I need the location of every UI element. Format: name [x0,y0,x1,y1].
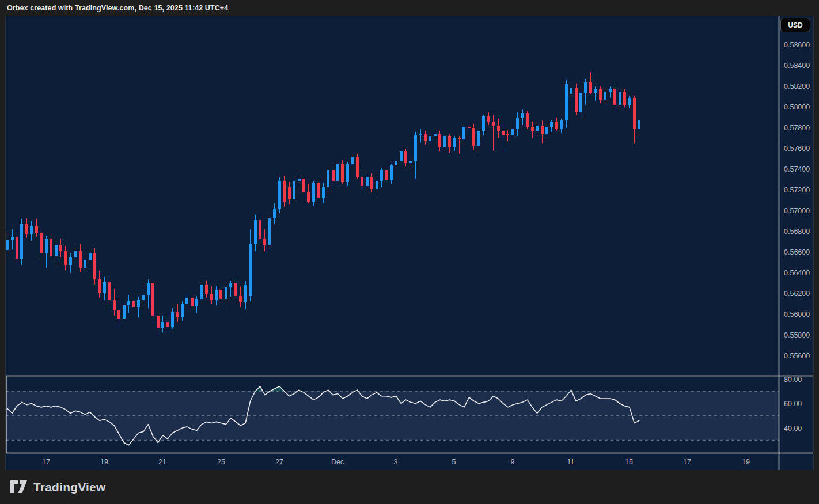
tradingview-brand-text: TradingView [33,480,106,494]
price-chart-canvas[interactable]: 0.586000.584000.582000.580000.578000.576… [6,16,813,470]
chart-title: Orbex created with TradingView.com, Dec … [0,4,228,12]
title-bar: Orbex created with TradingView.com, Dec … [0,0,819,16]
tradingview-chart-screenshot: Orbex created with TradingView.com, Dec … [0,0,819,504]
footer-bar: TradingView [0,470,819,504]
time-axis[interactable] [6,453,779,470]
price-axis[interactable] [779,16,813,453]
chart-area[interactable]: 0.586000.584000.582000.580000.578000.576… [6,16,813,470]
tradingview-logo-link[interactable]: TradingView [0,479,106,495]
tradingview-logo-icon [10,479,28,495]
